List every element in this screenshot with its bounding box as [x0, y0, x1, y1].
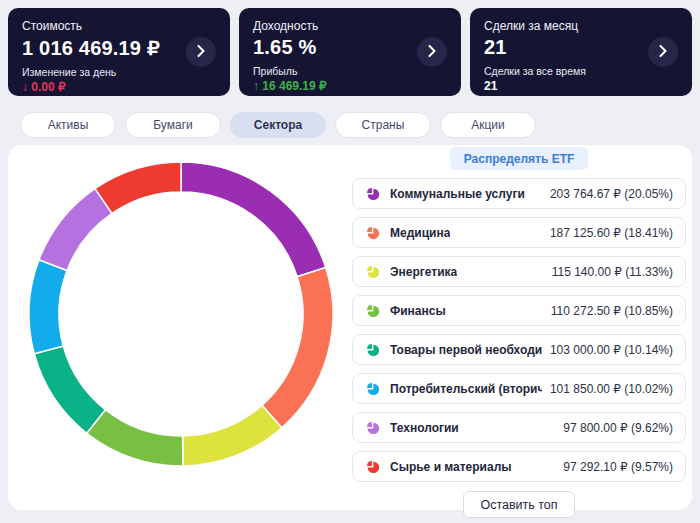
sector-row[interactable]: Товары первой необходим... 103 000.00 ₽ …: [352, 334, 686, 365]
pie-chart-icon: [365, 420, 380, 435]
pie-chart-icon: [365, 303, 380, 318]
tab-stocks[interactable]: Акции: [440, 112, 536, 138]
sector-label: Товары первой необходим...: [390, 343, 542, 357]
tab-assets[interactable]: Активы: [20, 112, 116, 138]
sector-row[interactable]: Сырье и материалы 97 292.10 ₽ (9.57%): [352, 451, 686, 482]
card-deals-month: Сделки за месяц 21 Сделки за все время 2…: [470, 8, 692, 96]
distribute-etf-button[interactable]: Распределять ETF: [450, 147, 589, 170]
pie-chart-icon: [365, 381, 380, 396]
card-sub-label: Сделки за все время: [484, 65, 678, 77]
sector-label: Медицина: [390, 226, 450, 240]
sector-value: 101 850.00 ₽ (10.02%): [542, 382, 673, 396]
sector-value: 97 292.10 ₽ (9.57%): [555, 460, 673, 474]
card-details-button[interactable]: [417, 37, 447, 67]
sectors-column: Распределять ETF Коммунальные услуги 203…: [352, 147, 686, 518]
sector-row[interactable]: Финансы 110 272.50 ₽ (10.85%): [352, 295, 686, 326]
sector-label: Коммунальные услуги: [390, 187, 525, 201]
sector-row[interactable]: Энергетика 115 140.00 ₽ (11.33%): [352, 256, 686, 287]
sectors-donut-chart[interactable]: [20, 153, 342, 475]
chevron-right-icon: [428, 45, 436, 60]
tab-sectors[interactable]: Сектора: [230, 112, 326, 138]
card-details-button[interactable]: [186, 37, 216, 67]
card-sub-value: ↓ 0.00 ₽: [22, 80, 216, 94]
tab-countries[interactable]: Страны: [335, 112, 431, 138]
pie-chart-icon: [365, 459, 380, 474]
sector-value: 103 000.00 ₽ (10.14%): [542, 343, 673, 357]
sector-value: 115 140.00 ₽ (11.33%): [544, 265, 673, 279]
sector-row[interactable]: Потребительский (вторичн... 101 850.00 ₽…: [352, 373, 686, 404]
sector-label: Технологии: [390, 421, 459, 435]
chevron-right-icon: [659, 45, 667, 60]
tab-securities[interactable]: Бумаги: [125, 112, 221, 138]
sector-value: 97 800.00 ₽ (9.62%): [555, 421, 673, 435]
chevron-right-icon: [197, 45, 205, 60]
card-sub-label: Прибыль: [253, 65, 447, 77]
portfolio-dashboard: Стоимость 1 016 469.19 ₽ Изменение за де…: [0, 0, 700, 523]
card-sub-value: ↑ 16 469.19 ₽: [253, 79, 447, 93]
card-title: Сделки за месяц: [484, 19, 678, 33]
sector-value: 203 764.67 ₽ (20.05%): [542, 187, 673, 201]
pie-chart-icon: [365, 342, 380, 357]
sector-label: Сырье и материалы: [390, 460, 512, 474]
sector-label: Энергетика: [390, 265, 457, 279]
content-panel: Распределять ETF Коммунальные услуги 203…: [8, 145, 692, 510]
summary-cards: Стоимость 1 016 469.19 ₽ Изменение за де…: [8, 8, 692, 96]
card-sub-label: Изменение за день: [22, 66, 216, 78]
top-button-row: Оставить топ: [352, 491, 686, 518]
pie-chart-icon: [365, 225, 380, 240]
card-yield: Доходность 1.65 % Прибыль ↑ 16 469.19 ₽: [239, 8, 461, 96]
sector-row[interactable]: Медицина 187 125.60 ₽ (18.41%): [352, 217, 686, 248]
sector-value: 187 125.60 ₽ (18.41%): [542, 226, 673, 240]
keep-top-button[interactable]: Оставить топ: [463, 491, 574, 518]
sector-row[interactable]: Коммунальные услуги 203 764.67 ₽ (20.05%…: [352, 178, 686, 209]
category-tabs: Активы Бумаги Сектора Страны Акции: [20, 112, 536, 138]
sector-label: Финансы: [390, 304, 446, 318]
sector-value: 110 272.50 ₽ (10.85%): [543, 304, 673, 318]
card-title: Доходность: [253, 19, 447, 33]
card-title: Стоимость: [22, 19, 216, 33]
card-portfolio-value: Стоимость 1 016 469.19 ₽ Изменение за де…: [8, 8, 230, 96]
card-sub-value: 21: [484, 79, 678, 93]
pie-chart-icon: [365, 264, 380, 279]
sector-list: Коммунальные услуги 203 764.67 ₽ (20.05%…: [352, 178, 686, 482]
etf-button-row: Распределять ETF: [352, 147, 686, 177]
sector-label: Потребительский (вторичн...: [390, 382, 542, 396]
pie-chart-icon: [365, 186, 380, 201]
sector-row[interactable]: Технологии 97 800.00 ₽ (9.62%): [352, 412, 686, 443]
card-details-button[interactable]: [648, 37, 678, 67]
